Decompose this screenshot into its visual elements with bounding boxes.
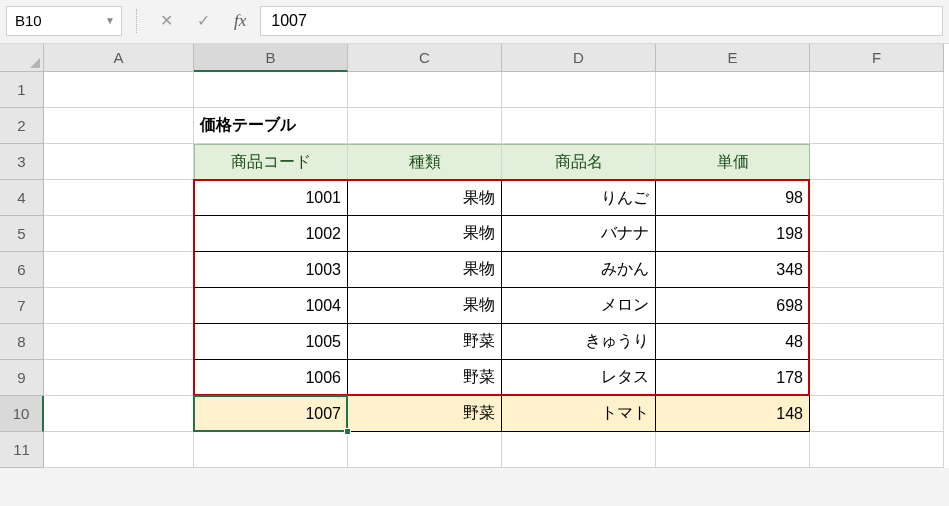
row-head-6[interactable]: 6	[0, 252, 44, 288]
cell-E6[interactable]: 348	[656, 252, 810, 288]
header-name: 商品名	[555, 152, 603, 173]
cell-F10[interactable]	[810, 396, 944, 432]
cell-F1[interactable]	[810, 72, 944, 108]
cell-C1[interactable]	[348, 72, 502, 108]
cell-B8[interactable]: 1005	[194, 324, 348, 360]
cell-D9[interactable]: レタス	[502, 360, 656, 396]
cell-A11[interactable]	[44, 432, 194, 468]
cell-B5[interactable]: 1002	[194, 216, 348, 252]
formula-input[interactable]: 1007	[260, 6, 943, 36]
cell-C7[interactable]: 果物	[348, 288, 502, 324]
cell-A6[interactable]	[44, 252, 194, 288]
header-code: 商品コード	[231, 152, 311, 173]
row-head-9[interactable]: 9	[0, 360, 44, 396]
cell-C5[interactable]: 果物	[348, 216, 502, 252]
cell-A5[interactable]	[44, 216, 194, 252]
cell-E8[interactable]: 48	[656, 324, 810, 360]
cell-E11[interactable]	[656, 432, 810, 468]
cell-value: 果物	[463, 188, 495, 209]
enter-icon[interactable]: ✓	[197, 11, 210, 30]
cell-B4[interactable]: 1001	[194, 180, 348, 216]
cell-A1[interactable]	[44, 72, 194, 108]
cell-E5[interactable]: 198	[656, 216, 810, 252]
cell-C8[interactable]: 野菜	[348, 324, 502, 360]
cell-B3[interactable]: 商品コード	[194, 144, 348, 180]
cancel-icon[interactable]: ✕	[160, 11, 173, 30]
cell-A4[interactable]	[44, 180, 194, 216]
cell-B11[interactable]	[194, 432, 348, 468]
select-all-corner[interactable]	[0, 44, 44, 72]
cell-B9[interactable]: 1006	[194, 360, 348, 396]
cell-C9[interactable]: 野菜	[348, 360, 502, 396]
row-head-4[interactable]: 4	[0, 180, 44, 216]
cell-F2[interactable]	[810, 108, 944, 144]
row-head-11[interactable]: 11	[0, 432, 44, 468]
fx-icon[interactable]: fx	[234, 11, 246, 31]
cell-A10[interactable]	[44, 396, 194, 432]
cell-C3[interactable]: 種類	[348, 144, 502, 180]
cell-D5[interactable]: バナナ	[502, 216, 656, 252]
cell-B2[interactable]: 価格テーブル	[194, 108, 348, 144]
cell-B7[interactable]: 1004	[194, 288, 348, 324]
cell-B6[interactable]: 1003	[194, 252, 348, 288]
cell-F5[interactable]	[810, 216, 944, 252]
cell-C10[interactable]: 野菜	[348, 396, 502, 432]
cell-value: みかん	[601, 259, 649, 280]
cell-A2[interactable]	[44, 108, 194, 144]
cell-value: 1004	[305, 297, 341, 315]
cell-value: 野菜	[463, 367, 495, 388]
row-head-3[interactable]: 3	[0, 144, 44, 180]
row-head-7[interactable]: 7	[0, 288, 44, 324]
cell-C6[interactable]: 果物	[348, 252, 502, 288]
cell-E1[interactable]	[656, 72, 810, 108]
cell-D3[interactable]: 商品名	[502, 144, 656, 180]
cell-D7[interactable]: メロン	[502, 288, 656, 324]
col-head-B[interactable]: B	[194, 44, 348, 72]
cell-E7[interactable]: 698	[656, 288, 810, 324]
cell-D10[interactable]: トマト	[502, 396, 656, 432]
cell-F8[interactable]	[810, 324, 944, 360]
cell-C4[interactable]: 果物	[348, 180, 502, 216]
cell-E9[interactable]: 178	[656, 360, 810, 396]
cell-C2[interactable]	[348, 108, 502, 144]
col-head-A[interactable]: A	[44, 44, 194, 72]
cell-F11[interactable]	[810, 432, 944, 468]
col-head-C[interactable]: C	[348, 44, 502, 72]
row-head-8[interactable]: 8	[0, 324, 44, 360]
cell-E4[interactable]: 98	[656, 180, 810, 216]
row-head-1[interactable]: 1	[0, 72, 44, 108]
cell-D2[interactable]	[502, 108, 656, 144]
cell-D11[interactable]	[502, 432, 656, 468]
row-head-10[interactable]: 10	[0, 396, 44, 432]
cell-C11[interactable]	[348, 432, 502, 468]
cell-value: 98	[785, 189, 803, 207]
cell-value: 1002	[305, 225, 341, 243]
cell-D4[interactable]: りんご	[502, 180, 656, 216]
cell-A3[interactable]	[44, 144, 194, 180]
chevron-down-icon[interactable]: ▼	[105, 15, 115, 26]
cell-B10[interactable]: 1007	[194, 396, 348, 432]
name-box[interactable]: B10 ▼	[6, 6, 122, 36]
spreadsheet-grid[interactable]: A B C D E F 1 2 価格テーブル 3 商品コード 種類 商品名 単価…	[0, 44, 949, 468]
cell-F4[interactable]	[810, 180, 944, 216]
cell-A8[interactable]	[44, 324, 194, 360]
cell-E2[interactable]	[656, 108, 810, 144]
cell-E3[interactable]: 単価	[656, 144, 810, 180]
cell-D1[interactable]	[502, 72, 656, 108]
cell-F6[interactable]	[810, 252, 944, 288]
cell-A9[interactable]	[44, 360, 194, 396]
cell-D8[interactable]: きゅうり	[502, 324, 656, 360]
col-head-F[interactable]: F	[810, 44, 944, 72]
cell-A7[interactable]	[44, 288, 194, 324]
cell-B1[interactable]	[194, 72, 348, 108]
cell-E10[interactable]: 148	[656, 396, 810, 432]
cell-value: 1003	[305, 261, 341, 279]
cell-F7[interactable]	[810, 288, 944, 324]
cell-F9[interactable]	[810, 360, 944, 396]
row-head-2[interactable]: 2	[0, 108, 44, 144]
col-head-E[interactable]: E	[656, 44, 810, 72]
row-head-5[interactable]: 5	[0, 216, 44, 252]
cell-F3[interactable]	[810, 144, 944, 180]
col-head-D[interactable]: D	[502, 44, 656, 72]
cell-D6[interactable]: みかん	[502, 252, 656, 288]
